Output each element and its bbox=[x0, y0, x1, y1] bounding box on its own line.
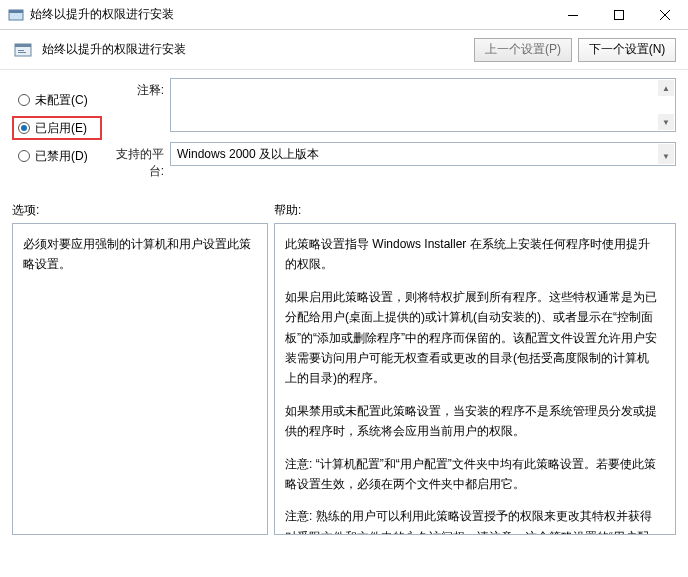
scroll-up-icon[interactable]: ▲ bbox=[658, 80, 674, 96]
maximize-button[interactable] bbox=[596, 0, 642, 30]
radio-disabled[interactable]: 已禁用(D) bbox=[12, 144, 102, 168]
next-setting-button[interactable]: 下一个设置(N) bbox=[578, 38, 676, 62]
app-icon bbox=[8, 7, 24, 23]
radio-label: 未配置(C) bbox=[35, 92, 88, 109]
svg-rect-7 bbox=[15, 44, 31, 47]
radio-enabled[interactable]: 已启用(E) bbox=[12, 116, 102, 140]
platform-value: Windows 2000 及以上版本 bbox=[177, 146, 319, 163]
help-paragraph: 如果启用此策略设置，则将特权扩展到所有程序。这些特权通常是为已分配给用户(桌面上… bbox=[285, 287, 657, 389]
svg-rect-3 bbox=[615, 10, 624, 19]
prev-setting-button[interactable]: 上一个设置(P) bbox=[474, 38, 572, 62]
scroll-down-icon[interactable]: ▼ bbox=[658, 148, 674, 164]
comment-input[interactable]: ▲ ▼ bbox=[170, 78, 676, 132]
help-paragraph: 此策略设置指导 Windows Installer 在系统上安装任何程序时使用提… bbox=[285, 234, 657, 275]
svg-rect-2 bbox=[568, 15, 578, 16]
svg-rect-1 bbox=[9, 10, 23, 13]
help-paragraph: 注意: “计算机配置”和“用户配置”文件夹中均有此策略设置。若要使此策略设置生效… bbox=[285, 454, 657, 495]
toolbar: 始终以提升的权限进行安装 上一个设置(P) 下一个设置(N) bbox=[0, 30, 688, 70]
policy-name: 始终以提升的权限进行安装 bbox=[42, 41, 468, 58]
help-paragraph: 如果禁用或未配置此策略设置，当安装的程序不是系统管理员分发或提供的程序时，系统将… bbox=[285, 401, 657, 442]
radio-not-configured[interactable]: 未配置(C) bbox=[12, 88, 102, 112]
config-area: 未配置(C) 已启用(E) 已禁用(D) 注释: ▲ ▼ 支持的平台: Wind… bbox=[0, 70, 688, 184]
platform-box: Windows 2000 及以上版本 ▲ ▼ bbox=[170, 142, 676, 166]
radio-icon bbox=[18, 150, 30, 162]
comment-label: 注释: bbox=[110, 78, 170, 132]
help-paragraph: 注意: 熟练的用户可以利用此策略设置授予的权限来更改其特权并获得对受限文件和文件… bbox=[285, 506, 657, 535]
comment-row: 注释: ▲ ▼ bbox=[110, 78, 676, 132]
platform-label: 支持的平台: bbox=[110, 142, 170, 180]
titlebar: 始终以提升的权限进行安装 bbox=[0, 0, 688, 30]
pane-labels: 选项: 帮助: bbox=[0, 184, 688, 223]
platform-row: 支持的平台: Windows 2000 及以上版本 ▲ ▼ bbox=[110, 142, 676, 180]
help-label: 帮助: bbox=[274, 202, 301, 219]
radio-icon bbox=[18, 122, 30, 134]
minimize-button[interactable] bbox=[550, 0, 596, 30]
policy-icon bbox=[12, 39, 34, 61]
help-pane: 此策略设置指导 Windows Installer 在系统上安装任何程序时使用提… bbox=[274, 223, 676, 535]
panes: 必须对要应用强制的计算机和用户设置此策略设置。 此策略设置指导 Windows … bbox=[0, 223, 688, 547]
radio-icon bbox=[18, 94, 30, 106]
window-title: 始终以提升的权限进行安装 bbox=[30, 6, 550, 23]
close-button[interactable] bbox=[642, 0, 688, 30]
options-text: 必须对要应用强制的计算机和用户设置此策略设置。 bbox=[23, 234, 257, 275]
fields-column: 注释: ▲ ▼ 支持的平台: Windows 2000 及以上版本 ▲ ▼ bbox=[110, 78, 676, 180]
options-pane: 必须对要应用强制的计算机和用户设置此策略设置。 bbox=[12, 223, 268, 535]
radio-label: 已启用(E) bbox=[35, 120, 87, 137]
radio-label: 已禁用(D) bbox=[35, 148, 88, 165]
svg-rect-9 bbox=[18, 52, 26, 53]
scroll-down-icon[interactable]: ▼ bbox=[658, 114, 674, 130]
svg-rect-8 bbox=[18, 50, 24, 51]
state-column: 未配置(C) 已启用(E) 已禁用(D) bbox=[12, 78, 102, 180]
options-label: 选项: bbox=[12, 202, 274, 219]
